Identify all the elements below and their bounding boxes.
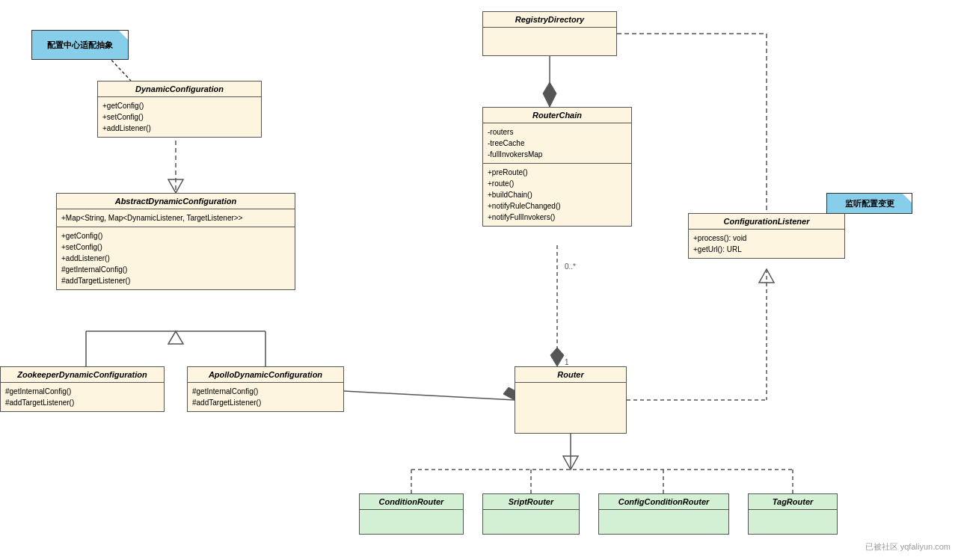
abstract-dynamic-configuration-box: AbstractDynamicConfiguration +Map<String… <box>56 193 295 290</box>
router-box: Router <box>515 366 627 434</box>
apollo-dc-header: ApolloDynamicConfiguration <box>188 367 343 383</box>
registry-directory-body <box>483 28 616 46</box>
tag-router-body <box>749 510 837 532</box>
svg-marker-1 <box>168 179 183 193</box>
configuration-listener-box: ConfigurationListener +process(): void +… <box>688 213 845 259</box>
dynamic-configuration-box: DynamicConfiguration +getConfig() +setCo… <box>97 81 262 138</box>
registry-directory-header: RegistryDirectory <box>483 12 616 28</box>
svg-marker-17 <box>759 269 774 283</box>
config-condition-router-box: ConfigConditionRouter <box>598 493 729 535</box>
router-body <box>515 383 626 424</box>
svg-marker-12 <box>550 348 564 366</box>
abstract-dc-body2: +getConfig() +setConfig() +addListener()… <box>57 227 295 289</box>
listen-config-note: 监听配置变更 <box>826 193 912 214</box>
router-chain-header: RouterChain <box>483 108 631 123</box>
svg-line-25 <box>344 391 515 400</box>
router-chain-box: RouterChain -routers -treeCache -fullInv… <box>482 107 632 227</box>
svg-marker-19 <box>563 456 578 470</box>
svg-marker-6 <box>168 331 183 344</box>
tag-router-box: TagRouter <box>748 493 838 535</box>
abstract-dc-body1: +Map<String, Map<DynamicListener, Target… <box>57 209 295 227</box>
script-router-body <box>483 510 579 532</box>
watermark: 已被社区 yqfaliyun.com <box>865 541 951 553</box>
script-router-box: SriptRouter <box>482 493 580 535</box>
dynamic-configuration-header: DynamicConfiguration <box>98 81 261 97</box>
svg-text:1: 1 <box>565 358 569 366</box>
script-router-header: SriptRouter <box>483 494 579 510</box>
zookeeper-dc-body: #getInternalConfig() #addTargetListener(… <box>1 383 164 411</box>
router-chain-body2: +preRoute() +route() +buildChain() +noti… <box>483 163 631 226</box>
zookeeper-dc-header: ZookeeperDynamicConfiguration <box>1 367 164 383</box>
abstract-dc-header: AbstractDynamicConfiguration <box>57 194 295 209</box>
tag-router-header: TagRouter <box>749 494 837 510</box>
configuration-listener-header: ConfigurationListener <box>689 214 844 230</box>
svg-marker-8 <box>543 82 556 107</box>
registry-directory-box: RegistryDirectory <box>482 11 617 56</box>
config-center-note: 配置中心适配抽象 <box>31 30 129 60</box>
config-condition-router-header: ConfigConditionRouter <box>599 494 728 510</box>
condition-router-header: ConditionRouter <box>360 494 463 510</box>
condition-router-box: ConditionRouter <box>359 493 464 535</box>
config-condition-router-body <box>599 510 728 532</box>
diagram-container: 0..* 1 配置中心适配抽象 DynamicConfiguration <box>0 0 958 560</box>
configuration-listener-body: +process(): void +getUrl(): URL <box>689 230 844 258</box>
router-header: Router <box>515 367 626 383</box>
condition-router-body <box>360 510 463 532</box>
apollo-dc-body: #getInternalConfig() #addTargetListener(… <box>188 383 343 411</box>
zookeeper-dynamic-configuration-box: ZookeeperDynamicConfiguration #getIntern… <box>0 366 165 412</box>
apollo-dynamic-configuration-box: ApolloDynamicConfiguration #getInternalC… <box>187 366 344 412</box>
router-chain-body1: -routers -treeCache -fullInvokersMap <box>483 123 631 163</box>
dynamic-configuration-body: +getConfig() +setConfig() +addListener() <box>98 97 261 137</box>
svg-text:0..*: 0..* <box>565 262 576 271</box>
